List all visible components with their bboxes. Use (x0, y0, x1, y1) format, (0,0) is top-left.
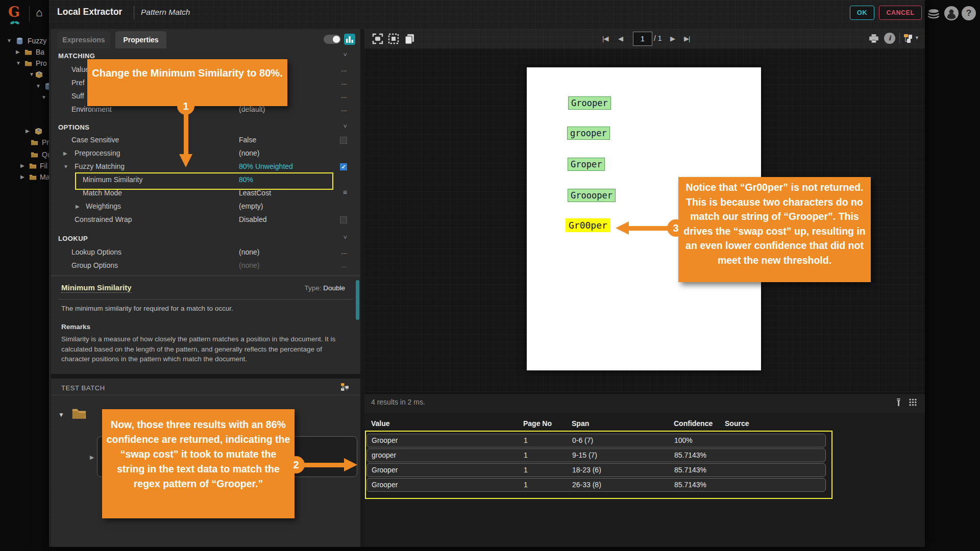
expander-icon[interactable]: ▼ (41, 94, 46, 100)
divider (899, 33, 900, 44)
expander-icon[interactable]: ▶ (90, 454, 94, 461)
prop-row-preprocessing[interactable]: ▶ Preprocessing (none) (51, 147, 360, 160)
expander-icon[interactable]: ▶ (20, 174, 24, 180)
expander-icon[interactable]: ▼ (58, 411, 64, 418)
help-icon[interactable]: ? (962, 6, 976, 20)
ellipsis-button[interactable]: ... (341, 247, 347, 256)
menu-icon[interactable]: ≡ (343, 188, 347, 196)
col-header-confidence[interactable]: Confidence (674, 419, 713, 428)
divider (58, 299, 353, 299)
prop-row-lookup-options[interactable]: Lookup Options (none) ... (51, 246, 360, 259)
selection-mode-icon[interactable] (388, 33, 399, 44)
box-icon (34, 128, 43, 135)
col-header-value[interactable]: Value (371, 419, 390, 428)
print-icon[interactable] (869, 34, 879, 44)
expander-icon[interactable]: ▶ (16, 49, 20, 55)
info-icon[interactable]: i (884, 33, 895, 44)
prop-row-weightings[interactable]: ▶ Weightings (empty) (51, 200, 360, 213)
step-badge-1: 1 (177, 97, 194, 115)
divider (29, 6, 30, 21)
extractor-icon (15, 37, 24, 45)
help-description: The minimum similarity for required for … (61, 305, 347, 312)
prop-row-case-sensitive[interactable]: Case Sensitive False (51, 134, 360, 147)
test-batch-title: TEST BATCH (61, 384, 105, 392)
section-lookup[interactable]: LOOKUP ˅ (51, 232, 360, 246)
match-word[interactable]: Groooper (568, 189, 616, 202)
ellipsis-button[interactable]: ... (341, 91, 347, 99)
selected-word[interactable]: Gr00per (566, 218, 610, 232)
ellipsis-button[interactable]: ... (341, 105, 347, 113)
match-word[interactable]: Groper (568, 158, 605, 171)
prop-row-constrained-wrap[interactable]: Constrained Wrap Disabled (51, 213, 360, 227)
grooper-logo-icon: G (8, 4, 20, 20)
expander-icon[interactable]: ▶ (26, 128, 30, 134)
panel-splitter[interactable] (360, 29, 364, 547)
minimum-similarity-highlight-box (75, 172, 333, 190)
document-tree-icon[interactable] (903, 33, 914, 43)
dialog-subtitle: Pattern Match (141, 8, 190, 17)
app-window: G ⌂ ▼ Fuzzy ▶ Ba ▼ Pro ▼ ▼ ▼ (0, 0, 980, 551)
expander-icon[interactable]: ▼ (7, 38, 12, 43)
title-divider (134, 6, 134, 19)
grid-view-icon[interactable] (909, 398, 917, 407)
folder-icon (24, 60, 33, 67)
col-header-span[interactable]: Span (572, 419, 589, 428)
chevron-down-icon: ˅ (343, 51, 347, 59)
first-page-button[interactable]: |◀ (602, 35, 608, 42)
prop-row-group-options[interactable]: Group Options (none) ... (51, 259, 360, 272)
pages-view-icon[interactable] (404, 33, 415, 44)
home-icon[interactable]: ⌂ (36, 6, 42, 19)
help-remarks-title: Remarks (61, 323, 90, 331)
expander-icon[interactable]: ▶ (76, 204, 80, 209)
layers-icon[interactable] (927, 7, 940, 20)
ellipsis-button[interactable]: ... (341, 65, 347, 73)
expander-icon[interactable]: ▼ (63, 164, 68, 169)
section-options[interactable]: OPTIONS ˅ (51, 120, 360, 135)
folder-icon (29, 162, 37, 170)
match-word[interactable]: Grooper (568, 96, 611, 110)
flashlight-icon[interactable] (894, 398, 903, 407)
results-status: 4 results in 2 ms. (371, 398, 425, 406)
col-header-source[interactable]: Source (725, 419, 749, 428)
folder-icon (24, 48, 33, 56)
bar-chart-icon (344, 34, 355, 45)
checkbox-unchecked[interactable] (340, 137, 347, 144)
col-header-page-no[interactable]: Page No (523, 419, 552, 428)
chevron-down-icon: ˅ (343, 122, 347, 130)
tab-properties[interactable]: Properties (115, 31, 166, 48)
chart-panel-button[interactable] (344, 34, 355, 45)
checkbox-checked[interactable]: ✓ (340, 163, 347, 170)
advanced-toggle[interactable] (324, 35, 341, 44)
next-page-button[interactable]: ▶ (670, 35, 675, 42)
expander-icon[interactable]: ▼ (16, 60, 21, 66)
callout-step2: Now, those three results with an 86% con… (102, 409, 295, 518)
fit-width-icon[interactable] (372, 33, 383, 44)
dropdown-arrow-icon[interactable]: ▼ (915, 35, 919, 40)
scrollbar-thumb[interactable] (356, 280, 359, 320)
ellipsis-button[interactable]: ... (341, 78, 347, 86)
match-word[interactable]: grooper (567, 127, 610, 140)
arrow-down-icon (179, 154, 192, 167)
prev-page-button[interactable]: ◀ (618, 35, 623, 42)
step-badge-3: 3 (667, 219, 684, 237)
box-icon (35, 71, 43, 79)
batch-folder-icon[interactable] (70, 406, 88, 421)
prop-row-fuzzy-matching[interactable]: ▼ Fuzzy Matching 80% Unweighted ✓ (51, 160, 360, 173)
chevron-down-icon: ˅ (343, 234, 347, 241)
tab-expressions[interactable]: Expressions (57, 31, 110, 48)
ok-button[interactable]: OK (850, 6, 874, 20)
cancel-button[interactable]: CANCEL (879, 6, 922, 20)
folder-icon (30, 139, 39, 146)
checkbox-unchecked[interactable] (340, 216, 347, 223)
page-number-input[interactable] (633, 32, 652, 46)
last-page-button[interactable]: ▶| (684, 35, 690, 42)
callout-step3: Notice that “Gr00per” is not returned. T… (678, 177, 871, 282)
user-account-icon[interactable] (944, 6, 959, 20)
ellipsis-button[interactable]: ... (341, 261, 347, 269)
expander-icon[interactable]: ▶ (63, 151, 67, 156)
expander-icon[interactable]: ▶ (20, 163, 24, 168)
expander-icon[interactable]: ▼ (36, 83, 41, 89)
batch-tree-icon[interactable] (340, 382, 350, 392)
expander-icon[interactable]: ▼ (29, 71, 34, 77)
node-tree: ▼ Fuzzy ▶ Ba ▼ Pro ▼ ▼ ▼ ▶ (0, 27, 49, 551)
